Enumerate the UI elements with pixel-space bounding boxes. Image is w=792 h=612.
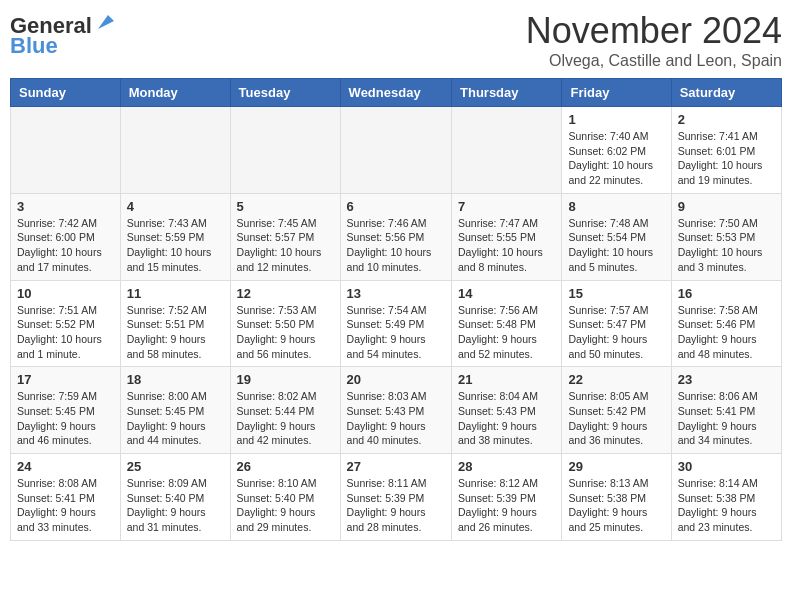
svg-marker-0 xyxy=(98,15,114,29)
calendar-week-row: 10Sunrise: 7:51 AMSunset: 5:52 PMDayligh… xyxy=(11,280,782,367)
calendar-week-row: 3Sunrise: 7:42 AMSunset: 6:00 PMDaylight… xyxy=(11,193,782,280)
calendar-cell: 8Sunrise: 7:48 AMSunset: 5:54 PMDaylight… xyxy=(562,193,671,280)
day-info: Sunrise: 7:59 AMSunset: 5:45 PMDaylight:… xyxy=(17,389,114,448)
location-title: Olvega, Castille and Leon, Spain xyxy=(526,52,782,70)
day-number: 19 xyxy=(237,372,334,387)
logo-bird-icon xyxy=(94,11,116,33)
day-info: Sunrise: 8:09 AMSunset: 5:40 PMDaylight:… xyxy=(127,476,224,535)
day-info: Sunrise: 8:08 AMSunset: 5:41 PMDaylight:… xyxy=(17,476,114,535)
header-friday: Friday xyxy=(562,79,671,107)
day-number: 12 xyxy=(237,286,334,301)
calendar-cell: 5Sunrise: 7:45 AMSunset: 5:57 PMDaylight… xyxy=(230,193,340,280)
calendar-cell: 19Sunrise: 8:02 AMSunset: 5:44 PMDayligh… xyxy=(230,367,340,454)
calendar-cell: 20Sunrise: 8:03 AMSunset: 5:43 PMDayligh… xyxy=(340,367,451,454)
calendar-cell xyxy=(230,107,340,194)
page-header: General Blue November 2024 Olvega, Casti… xyxy=(10,10,782,70)
calendar-table: SundayMondayTuesdayWednesdayThursdayFrid… xyxy=(10,78,782,541)
day-info: Sunrise: 7:51 AMSunset: 5:52 PMDaylight:… xyxy=(17,303,114,362)
calendar-cell: 16Sunrise: 7:58 AMSunset: 5:46 PMDayligh… xyxy=(671,280,781,367)
day-info: Sunrise: 7:52 AMSunset: 5:51 PMDaylight:… xyxy=(127,303,224,362)
day-number: 29 xyxy=(568,459,664,474)
day-number: 15 xyxy=(568,286,664,301)
logo: General Blue xyxy=(10,14,116,58)
header-tuesday: Tuesday xyxy=(230,79,340,107)
day-number: 3 xyxy=(17,199,114,214)
calendar-header-row: SundayMondayTuesdayWednesdayThursdayFrid… xyxy=(11,79,782,107)
day-info: Sunrise: 7:40 AMSunset: 6:02 PMDaylight:… xyxy=(568,129,664,188)
calendar-cell: 17Sunrise: 7:59 AMSunset: 5:45 PMDayligh… xyxy=(11,367,121,454)
day-number: 17 xyxy=(17,372,114,387)
day-number: 25 xyxy=(127,459,224,474)
day-info: Sunrise: 8:06 AMSunset: 5:41 PMDaylight:… xyxy=(678,389,775,448)
day-info: Sunrise: 7:47 AMSunset: 5:55 PMDaylight:… xyxy=(458,216,555,275)
month-title: November 2024 xyxy=(526,10,782,52)
header-saturday: Saturday xyxy=(671,79,781,107)
day-info: Sunrise: 7:42 AMSunset: 6:00 PMDaylight:… xyxy=(17,216,114,275)
calendar-cell: 14Sunrise: 7:56 AMSunset: 5:48 PMDayligh… xyxy=(452,280,562,367)
day-number: 11 xyxy=(127,286,224,301)
day-info: Sunrise: 7:57 AMSunset: 5:47 PMDaylight:… xyxy=(568,303,664,362)
day-info: Sunrise: 8:00 AMSunset: 5:45 PMDaylight:… xyxy=(127,389,224,448)
header-monday: Monday xyxy=(120,79,230,107)
day-info: Sunrise: 7:54 AMSunset: 5:49 PMDaylight:… xyxy=(347,303,445,362)
day-info: Sunrise: 7:58 AMSunset: 5:46 PMDaylight:… xyxy=(678,303,775,362)
day-info: Sunrise: 8:04 AMSunset: 5:43 PMDaylight:… xyxy=(458,389,555,448)
calendar-cell xyxy=(11,107,121,194)
day-info: Sunrise: 8:03 AMSunset: 5:43 PMDaylight:… xyxy=(347,389,445,448)
day-info: Sunrise: 7:41 AMSunset: 6:01 PMDaylight:… xyxy=(678,129,775,188)
calendar-cell: 11Sunrise: 7:52 AMSunset: 5:51 PMDayligh… xyxy=(120,280,230,367)
day-info: Sunrise: 8:13 AMSunset: 5:38 PMDaylight:… xyxy=(568,476,664,535)
calendar-cell: 13Sunrise: 7:54 AMSunset: 5:49 PMDayligh… xyxy=(340,280,451,367)
day-number: 16 xyxy=(678,286,775,301)
day-info: Sunrise: 8:10 AMSunset: 5:40 PMDaylight:… xyxy=(237,476,334,535)
day-number: 6 xyxy=(347,199,445,214)
calendar-cell: 27Sunrise: 8:11 AMSunset: 5:39 PMDayligh… xyxy=(340,454,451,541)
day-number: 30 xyxy=(678,459,775,474)
day-number: 18 xyxy=(127,372,224,387)
day-number: 4 xyxy=(127,199,224,214)
calendar-week-row: 1Sunrise: 7:40 AMSunset: 6:02 PMDaylight… xyxy=(11,107,782,194)
calendar-cell xyxy=(452,107,562,194)
header-wednesday: Wednesday xyxy=(340,79,451,107)
day-info: Sunrise: 8:12 AMSunset: 5:39 PMDaylight:… xyxy=(458,476,555,535)
day-number: 1 xyxy=(568,112,664,127)
logo-text-blue: Blue xyxy=(10,34,58,58)
day-info: Sunrise: 7:56 AMSunset: 5:48 PMDaylight:… xyxy=(458,303,555,362)
calendar-cell: 26Sunrise: 8:10 AMSunset: 5:40 PMDayligh… xyxy=(230,454,340,541)
day-number: 5 xyxy=(237,199,334,214)
calendar-cell: 23Sunrise: 8:06 AMSunset: 5:41 PMDayligh… xyxy=(671,367,781,454)
calendar-cell: 24Sunrise: 8:08 AMSunset: 5:41 PMDayligh… xyxy=(11,454,121,541)
calendar-cell: 2Sunrise: 7:41 AMSunset: 6:01 PMDaylight… xyxy=(671,107,781,194)
day-info: Sunrise: 7:48 AMSunset: 5:54 PMDaylight:… xyxy=(568,216,664,275)
day-info: Sunrise: 8:11 AMSunset: 5:39 PMDaylight:… xyxy=(347,476,445,535)
calendar-cell: 6Sunrise: 7:46 AMSunset: 5:56 PMDaylight… xyxy=(340,193,451,280)
day-info: Sunrise: 7:50 AMSunset: 5:53 PMDaylight:… xyxy=(678,216,775,275)
calendar-cell: 7Sunrise: 7:47 AMSunset: 5:55 PMDaylight… xyxy=(452,193,562,280)
day-number: 10 xyxy=(17,286,114,301)
day-number: 27 xyxy=(347,459,445,474)
day-info: Sunrise: 7:46 AMSunset: 5:56 PMDaylight:… xyxy=(347,216,445,275)
calendar-cell xyxy=(120,107,230,194)
calendar-cell: 12Sunrise: 7:53 AMSunset: 5:50 PMDayligh… xyxy=(230,280,340,367)
calendar-cell: 21Sunrise: 8:04 AMSunset: 5:43 PMDayligh… xyxy=(452,367,562,454)
calendar-cell: 4Sunrise: 7:43 AMSunset: 5:59 PMDaylight… xyxy=(120,193,230,280)
day-number: 20 xyxy=(347,372,445,387)
day-info: Sunrise: 7:53 AMSunset: 5:50 PMDaylight:… xyxy=(237,303,334,362)
calendar-week-row: 17Sunrise: 7:59 AMSunset: 5:45 PMDayligh… xyxy=(11,367,782,454)
calendar-cell: 1Sunrise: 7:40 AMSunset: 6:02 PMDaylight… xyxy=(562,107,671,194)
day-number: 2 xyxy=(678,112,775,127)
calendar-cell: 15Sunrise: 7:57 AMSunset: 5:47 PMDayligh… xyxy=(562,280,671,367)
calendar-cell: 30Sunrise: 8:14 AMSunset: 5:38 PMDayligh… xyxy=(671,454,781,541)
day-info: Sunrise: 7:43 AMSunset: 5:59 PMDaylight:… xyxy=(127,216,224,275)
day-info: Sunrise: 8:05 AMSunset: 5:42 PMDaylight:… xyxy=(568,389,664,448)
day-number: 24 xyxy=(17,459,114,474)
day-number: 23 xyxy=(678,372,775,387)
calendar-cell: 3Sunrise: 7:42 AMSunset: 6:00 PMDaylight… xyxy=(11,193,121,280)
day-number: 21 xyxy=(458,372,555,387)
day-number: 14 xyxy=(458,286,555,301)
day-number: 13 xyxy=(347,286,445,301)
calendar-cell: 28Sunrise: 8:12 AMSunset: 5:39 PMDayligh… xyxy=(452,454,562,541)
day-number: 9 xyxy=(678,199,775,214)
day-number: 7 xyxy=(458,199,555,214)
header-thursday: Thursday xyxy=(452,79,562,107)
